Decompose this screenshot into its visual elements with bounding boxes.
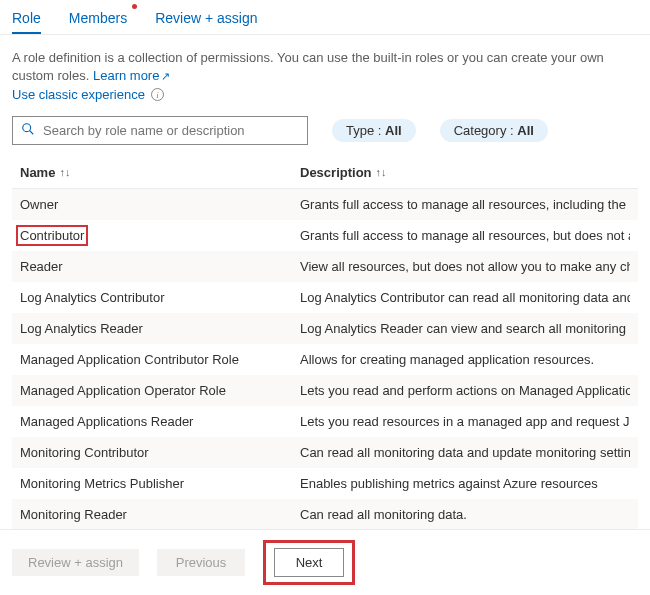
table-row[interactable]: Log Analytics ReaderLog Analytics Reader… — [12, 313, 638, 344]
filter-type[interactable]: Type : All — [332, 119, 416, 142]
table-row[interactable]: Monitoring ContributorCan read all monit… — [12, 437, 638, 468]
table-row[interactable]: Monitoring ReaderCan read all monitoring… — [12, 499, 638, 530]
table-row[interactable]: ContributorGrants full access to manage … — [12, 220, 638, 251]
role-description: View all resources, but does not allow y… — [300, 259, 630, 274]
status-dot-icon — [132, 4, 137, 9]
role-description: Log Analytics Contributor can read all m… — [300, 290, 630, 305]
info-icon[interactable]: i — [151, 88, 164, 101]
role-name: Contributor — [20, 228, 300, 243]
table-header: Name ↑↓ Description ↑↓ — [12, 159, 638, 189]
footer-bar: Review + assign Previous Next — [0, 529, 650, 595]
next-button[interactable]: Next — [274, 548, 344, 577]
roles-table: Name ↑↓ Description ↑↓ OwnerGrants full … — [12, 159, 638, 561]
role-description: Grants full access to manage all resourc… — [300, 228, 630, 243]
role-name: Monitoring Metrics Publisher — [20, 476, 300, 491]
column-name[interactable]: Name ↑↓ — [20, 165, 300, 180]
role-name: Reader — [20, 259, 300, 274]
role-description: Lets you read and perform actions on Man… — [300, 383, 630, 398]
role-name: Log Analytics Contributor — [20, 290, 300, 305]
role-name: Log Analytics Reader — [20, 321, 300, 336]
role-name: Managed Application Contributor Role — [20, 352, 300, 367]
role-description: Can read all monitoring data and update … — [300, 445, 630, 460]
highlighted-role: Contributor — [16, 225, 88, 246]
previous-button[interactable]: Previous — [157, 549, 245, 576]
filter-bar: Type : All Category : All — [12, 116, 638, 145]
filter-category[interactable]: Category : All — [440, 119, 548, 142]
table-row[interactable]: Managed Application Operator RoleLets yo… — [12, 375, 638, 406]
classic-experience-link[interactable]: Use classic experience — [12, 87, 145, 102]
tab-bar: Role Members Review + assign — [0, 0, 650, 35]
role-name: Managed Application Operator Role — [20, 383, 300, 398]
svg-point-0 — [23, 124, 31, 132]
tab-review-assign[interactable]: Review + assign — [155, 6, 257, 34]
role-description: Can read all monitoring data. — [300, 507, 630, 522]
sort-icon: ↑↓ — [376, 167, 387, 178]
role-name: Owner — [20, 197, 300, 212]
table-row[interactable]: ReaderView all resources, but does not a… — [12, 251, 638, 282]
table-row[interactable]: Managed Application Contributor RoleAllo… — [12, 344, 638, 375]
tab-members-label: Members — [69, 10, 127, 26]
role-description: Lets you read resources in a managed app… — [300, 414, 630, 429]
role-name: Managed Applications Reader — [20, 414, 300, 429]
search-icon — [21, 122, 35, 139]
role-description: Grants full access to manage all resourc… — [300, 197, 630, 212]
svg-line-1 — [30, 131, 34, 135]
role-description: Allows for creating managed application … — [300, 352, 630, 367]
sort-icon: ↑↓ — [59, 167, 70, 178]
search-input[interactable] — [41, 122, 299, 139]
role-description: Log Analytics Reader can view and search… — [300, 321, 630, 336]
next-button-highlight: Next — [263, 540, 355, 585]
table-row[interactable]: Monitoring Metrics PublisherEnables publ… — [12, 468, 638, 499]
search-box[interactable] — [12, 116, 308, 145]
tab-role[interactable]: Role — [12, 6, 41, 34]
learn-more-link[interactable]: Learn more↗ — [93, 68, 170, 83]
role-description: Enables publishing metrics against Azure… — [300, 476, 630, 491]
column-description[interactable]: Description ↑↓ — [300, 165, 630, 180]
table-row[interactable]: Log Analytics ContributorLog Analytics C… — [12, 282, 638, 313]
tab-members[interactable]: Members — [69, 6, 127, 34]
table-row[interactable]: Managed Applications ReaderLets you read… — [12, 406, 638, 437]
intro-text: A role definition is a collection of per… — [12, 49, 638, 85]
table-row[interactable]: OwnerGrants full access to manage all re… — [12, 189, 638, 220]
role-name: Monitoring Contributor — [20, 445, 300, 460]
external-link-icon: ↗ — [161, 70, 170, 82]
role-name: Monitoring Reader — [20, 507, 300, 522]
review-assign-button[interactable]: Review + assign — [12, 549, 139, 576]
